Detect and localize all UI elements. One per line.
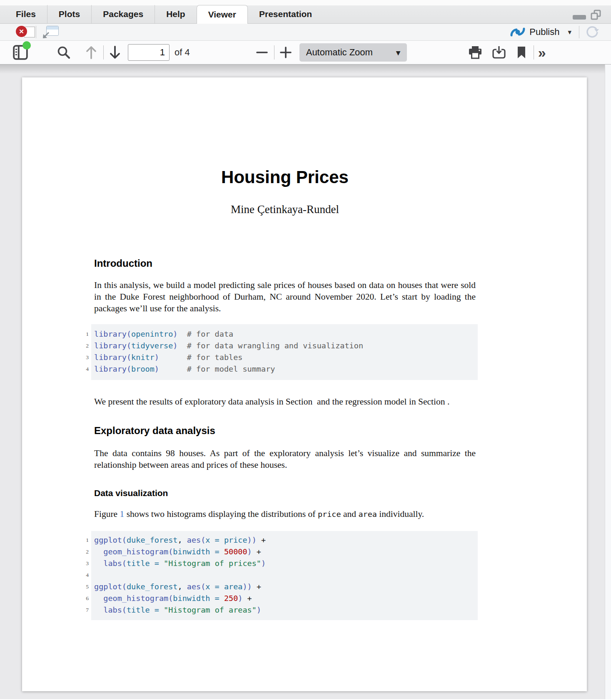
pdf-toolbar: of 4 Automatic Zoom ▾ [0, 41, 611, 65]
code-line-number: 6 [80, 593, 89, 604]
tab-label: Presentation [259, 9, 312, 19]
toolbar-divider [274, 45, 274, 60]
tab-label: Viewer [208, 10, 236, 20]
chevron-down-icon: ▾ [396, 48, 400, 57]
code-line: 7 labs(title = "Histogram of areas") [91, 604, 478, 616]
paragraph: In this analysis, we build a model predi… [94, 279, 476, 314]
arrow-down-icon [109, 45, 121, 60]
code-line-number: 2 [80, 546, 89, 558]
code-line-number: 5 [80, 581, 89, 593]
popout-button[interactable] [42, 25, 60, 39]
pdf-viewer-area: Housing Prices Mine Çetinkaya-Rundel Int… [0, 65, 611, 699]
code-line: 3library(knitr) # for tables [91, 352, 478, 363]
code-line: 2 geom_histogram(binwidth = 50000) + [91, 546, 478, 558]
publish-label: Publish [529, 27, 559, 37]
paragraph: We present the results of exploratory da… [94, 396, 476, 407]
code-line: 1library(openintro) # for data [91, 328, 478, 340]
toolbar-divider [579, 26, 579, 38]
double-chevron-icon: » [538, 45, 544, 60]
figure-reference-paragraph: Figure 1 shows two histograms displaying… [94, 508, 476, 520]
clear-viewer-button[interactable]: ✕ [10, 24, 36, 40]
code-line: 5ggplot(duke_forest, aes(x = area)) + [91, 581, 478, 593]
text-run: individually. [377, 509, 424, 519]
tab-viewer[interactable]: Viewer [197, 5, 248, 24]
minus-icon [256, 46, 268, 59]
tab-help[interactable]: Help [155, 5, 197, 23]
search-icon [57, 45, 71, 60]
code-line-number: 3 [80, 352, 89, 363]
close-icon: ✕ [16, 26, 27, 37]
chevron-down-icon[interactable]: ▾ [568, 28, 571, 37]
pdf-page: Housing Prices Mine Çetinkaya-Rundel Int… [22, 77, 587, 691]
toolbar-divider [36, 26, 36, 38]
tab-label: Help [166, 9, 185, 19]
arrow-up-icon [85, 45, 97, 60]
tab-plots[interactable]: Plots [47, 5, 91, 23]
text-run: and [341, 509, 359, 519]
next-page-button[interactable] [109, 45, 121, 60]
section-heading-introduction: Introduction [94, 258, 476, 269]
subsection-heading-data-visualization: Data visualization [94, 488, 476, 498]
code-line-number: 3 [80, 558, 89, 569]
save-button[interactable] [492, 45, 506, 60]
zoom-in-button[interactable] [279, 46, 292, 59]
previous-page-button[interactable] [85, 45, 97, 60]
maximize-pane-icon[interactable] [590, 9, 602, 21]
code-line-number: 7 [80, 604, 89, 616]
viewer-toolbar: ✕ Publish ▾ [0, 24, 611, 41]
pdf-document-content: Housing Prices Mine Çetinkaya-Rundel Int… [22, 166, 476, 620]
page-number-input[interactable] [128, 44, 170, 61]
more-tools-button[interactable]: » [538, 45, 547, 60]
refresh-button[interactable] [585, 25, 599, 39]
viewer-toolbar-right: Publish ▾ [510, 25, 599, 39]
code-line-number: 4 [80, 363, 89, 375]
bookmark-icon [516, 46, 527, 59]
pane-window-buttons [573, 9, 602, 21]
print-icon [468, 45, 483, 60]
minimize-pane-icon[interactable] [573, 15, 586, 20]
code-line-number: 2 [80, 340, 89, 352]
pane-tabs: FilesPlotsPackagesHelpViewerPresentation [0, 0, 611, 23]
zoom-select-value: Automatic Zoom [306, 47, 373, 58]
code-block-ggplot: 1ggplot(duke_forest, aes(x = price)) +2 … [91, 531, 478, 620]
toolbar-divider [103, 45, 104, 60]
toolbar-divider [534, 45, 534, 60]
publish-button[interactable]: Publish ▾ [510, 27, 571, 37]
code-block-libraries: 1library(openintro) # for data2library(t… [91, 324, 478, 380]
toggle-sidebar-button[interactable] [12, 44, 29, 61]
section-heading-eda: Exploratory data analysis [94, 425, 476, 437]
popout-arrow-icon [42, 30, 51, 39]
rstudio-viewer-pane: FilesPlotsPackagesHelpViewerPresentation… [0, 0, 611, 700]
tab-presentation[interactable]: Presentation [248, 5, 323, 23]
code-line: 4 [91, 569, 478, 581]
document-title: Housing Prices [94, 166, 476, 188]
paragraph: The data contains 98 houses. As part of … [94, 447, 476, 471]
inline-code-price: price [318, 510, 341, 519]
code-line-number: 1 [80, 534, 89, 546]
tab-packages[interactable]: Packages [91, 5, 155, 23]
code-line: 2library(tidyverse) # for data wrangling… [91, 340, 478, 352]
vertical-scrollbar[interactable] [605, 65, 611, 699]
tab-label: Plots [59, 9, 80, 19]
refresh-icon [585, 25, 599, 39]
download-icon [492, 45, 506, 60]
zoom-select[interactable]: Automatic Zoom ▾ [299, 43, 407, 62]
tab-label: Packages [103, 9, 143, 19]
text-run: Figure [94, 509, 120, 519]
find-in-document-button[interactable] [57, 45, 71, 60]
text-run: shows two histograms displaying the dist… [124, 509, 318, 519]
tab-label: Files [16, 9, 36, 19]
zoom-out-button[interactable] [256, 46, 268, 59]
code-line: 6 geom_histogram(binwidth = 250) + [91, 593, 478, 604]
code-line-number: 4 [80, 569, 89, 581]
print-button[interactable] [468, 45, 483, 60]
tab-files[interactable]: Files [5, 5, 47, 23]
figure-1-link[interactable]: 1 [120, 509, 125, 519]
plus-icon [279, 46, 292, 59]
code-line: 3 labs(title = "Histogram of prices") [91, 558, 478, 569]
document-author: Mine Çetinkaya-Rundel [94, 203, 476, 216]
pane-tab-bar: FilesPlotsPackagesHelpViewerPresentation [0, 0, 611, 24]
code-line-number: 1 [80, 328, 89, 340]
page-count-label: of 4 [175, 47, 190, 58]
current-view-button[interactable] [516, 46, 527, 59]
